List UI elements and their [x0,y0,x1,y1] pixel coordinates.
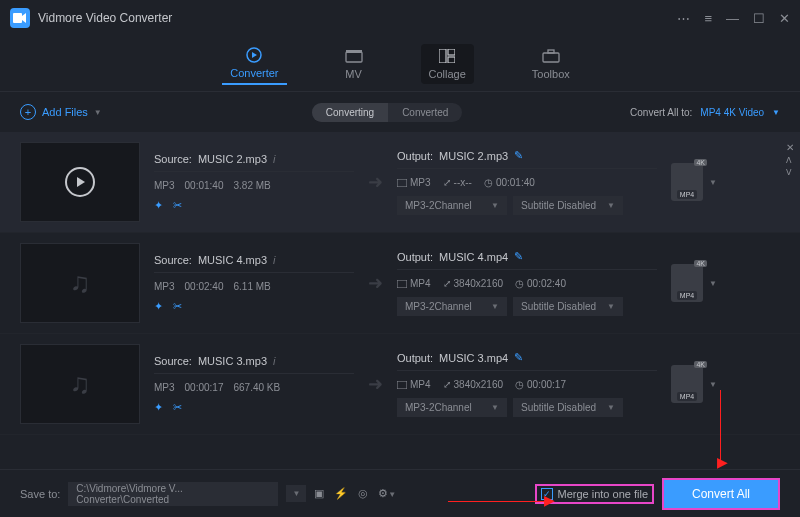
cut-icon[interactable]: ✂ [173,401,182,414]
convert-all-value: MP4 4K Video [700,107,764,118]
output-filename: MUSIC 4.mp4 [439,251,508,263]
audio-track-select[interactable]: MP3-2Channel▼ [397,297,507,316]
source-size: 667.40 KB [234,382,281,393]
cut-icon[interactable]: ✂ [173,199,182,212]
source-info: Source: MUSIC 4.mp3 i MP3 00:02:40 6.11 … [154,254,354,313]
toolbox-icon [542,48,560,64]
info-icon[interactable]: i [273,254,275,266]
menu-icon[interactable]: ≡ [704,11,712,26]
output-format-button[interactable]: 4K MP4 ▼ [671,264,717,302]
output-label: Output: [397,251,433,263]
edit-icon[interactable]: ✎ [514,250,523,263]
output-format-button[interactable]: 4K MP4 ▼ [671,163,717,201]
output-format-button[interactable]: 4K MP4 ▼ [671,365,717,403]
minimize-icon[interactable]: — [726,11,739,26]
effects-icon[interactable]: ✦ [154,401,163,414]
source-filename: MUSIC 2.mp3 [198,153,267,165]
nav-collage[interactable]: Collage [421,44,474,84]
out-duration: ◷ 00:00:17 [515,379,566,390]
info-icon[interactable]: i [273,153,275,165]
output-label: Output: [397,150,433,162]
chevron-down-icon: ▼ [709,178,717,187]
settings-icon[interactable]: ⚙▼ [378,487,396,500]
annotation-arrow-horizontal: ――――――――▶ [448,492,553,508]
convert-all-to[interactable]: Convert All to: MP4 4K Video ▼ [630,107,780,118]
list-item[interactable]: Source: MUSIC 2.mp3 i MP3 00:01:40 3.82 … [0,132,800,233]
feedback-icon[interactable]: ⋯ [677,11,690,26]
audio-track-select[interactable]: MP3-2Channel▼ [397,398,507,417]
list-item[interactable]: ♫ Source: MUSIC 3.mp3 i MP3 00:00:17 667… [0,334,800,435]
out-format: MP3 [397,177,431,188]
source-size: 3.82 MB [234,180,271,191]
list-item[interactable]: ♫ Source: MUSIC 4.mp3 i MP3 00:02:40 6.1… [0,233,800,334]
output-filename: MUSIC 2.mp3 [439,150,508,162]
output-info: Output: MUSIC 2.mp3 ✎ MP3 ⤢ --x-- ◷ 00:0… [397,149,657,215]
nav-mv[interactable]: MV [337,44,371,84]
edit-icon[interactable]: ✎ [514,351,523,364]
edit-icon[interactable]: ✎ [514,149,523,162]
music-icon: ♫ [70,267,91,299]
out-duration: ◷ 00:02:40 [515,278,566,289]
move-down-icon[interactable]: ᐯ [786,168,794,177]
arrow-icon: ➜ [368,171,383,193]
thumbnail[interactable]: ♫ [20,344,140,424]
nav-toolbox[interactable]: Toolbox [524,44,578,84]
footer: Save to: C:\Vidmore\Vidmore V... Convert… [0,469,800,517]
move-up-icon[interactable]: ᐱ [786,156,794,165]
merge-label: Merge into one file [558,488,649,500]
maximize-icon[interactable]: ☐ [753,11,765,26]
nav-toolbox-label: Toolbox [532,68,570,80]
output-filename: MUSIC 3.mp4 [439,352,508,364]
svg-rect-5 [448,49,455,55]
svg-rect-10 [397,280,407,288]
source-format: MP3 [154,382,175,393]
high-speed-icon[interactable]: ◎ [358,487,368,500]
titlebar-controls: ⋯ ≡ — ☐ ✕ [677,11,790,26]
audio-track-select[interactable]: MP3-2Channel▼ [397,196,507,215]
svg-rect-9 [397,179,407,187]
save-path-value: C:\Vidmore\Vidmore V... Converter\Conver… [76,483,270,505]
source-label: Source: [154,355,192,367]
effects-icon[interactable]: ✦ [154,300,163,313]
nav-converter[interactable]: Converter [222,43,286,85]
convert-all-button[interactable]: Convert All [662,478,780,510]
source-format: MP3 [154,281,175,292]
svg-rect-0 [13,13,22,23]
svg-rect-3 [346,50,362,53]
chevron-down-icon: ▼ [709,380,717,389]
path-dropdown[interactable]: ▼ [286,485,306,502]
add-files-button[interactable]: + Add Files ▼ [20,104,102,120]
add-files-label: Add Files [42,106,88,118]
nav-converter-label: Converter [230,67,278,79]
subtitle-select[interactable]: Subtitle Disabled▼ [513,398,623,417]
remove-icon[interactable]: ✕ [786,142,794,153]
output-info: Output: MUSIC 4.mp4 ✎ MP4 ⤢ 3840x2160 ◷ … [397,250,657,316]
save-path-field[interactable]: C:\Vidmore\Vidmore V... Converter\Conver… [68,482,278,506]
source-format: MP3 [154,180,175,191]
thumbnail[interactable]: ♫ [20,243,140,323]
open-folder-icon[interactable]: ▣ [314,487,324,500]
effects-icon[interactable]: ✦ [154,199,163,212]
titlebar: Vidmore Video Converter ⋯ ≡ — ☐ ✕ [0,0,800,36]
chevron-down-icon: ▼ [94,108,102,117]
output-info: Output: MUSIC 3.mp4 ✎ MP4 ⤢ 3840x2160 ◷ … [397,351,657,417]
svg-rect-2 [346,52,362,62]
tab-converting[interactable]: Converting [312,103,388,122]
subtitle-select[interactable]: Subtitle Disabled▼ [513,297,623,316]
thumbnail[interactable] [20,142,140,222]
converter-icon [245,47,263,63]
app-logo [10,8,30,28]
close-icon[interactable]: ✕ [779,11,790,26]
subtitle-select[interactable]: Subtitle Disabled▼ [513,196,623,215]
svg-rect-4 [439,49,446,63]
svg-rect-11 [397,381,407,389]
hardware-accel-icon[interactable]: ⚡ [334,487,348,500]
cut-icon[interactable]: ✂ [173,300,182,313]
out-format: MP4 [397,379,431,390]
tab-converted[interactable]: Converted [388,103,462,122]
info-icon[interactable]: i [273,355,275,367]
output-label: Output: [397,352,433,364]
source-label: Source: [154,254,192,266]
source-filename: MUSIC 4.mp3 [198,254,267,266]
svg-rect-6 [448,57,455,63]
